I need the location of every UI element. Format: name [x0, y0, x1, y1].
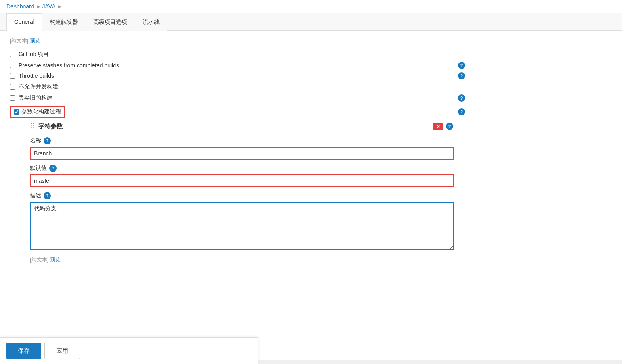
tab-triggers[interactable]: 构建触发器: [42, 13, 86, 31]
help-throttle[interactable]: ?: [458, 72, 465, 79]
parameterize-checkbox[interactable]: [14, 109, 19, 115]
help-parameterize-icon[interactable]: ?: [458, 108, 465, 115]
checkbox-parameterize-row: 参数化构建过程 ?: [10, 106, 454, 118]
plain-text-preview-top: [纯文本] 预览: [10, 37, 454, 44]
discard-checkbox[interactable]: [10, 95, 15, 101]
description-label: 描述 ?: [30, 192, 454, 199]
preserve-checkbox[interactable]: [10, 63, 15, 68]
param-section-title: 字符参数: [38, 123, 63, 130]
breadcrumb-project[interactable]: JAVA: [42, 3, 56, 10]
checkbox-throttle: Throttle builds ?: [10, 73, 454, 79]
name-label: 名称 ?: [30, 137, 454, 144]
default-input[interactable]: [30, 174, 454, 187]
preserve-label: Preserve stashes from completed builds: [19, 62, 119, 69]
checkbox-discard: 丢弃旧的构建 ?: [10, 94, 454, 102]
param-actions: X ?: [433, 123, 453, 130]
param-title-area: ⠿ 字符参数: [30, 122, 63, 131]
help-throttle-icon[interactable]: ?: [458, 72, 465, 79]
checkbox-preserve: Preserve stashes from completed builds ?: [10, 62, 454, 69]
breadcrumb-arrow1: ▶: [37, 4, 40, 9]
parameterize-label: 参数化构建过程: [21, 108, 61, 115]
default-field-row: 默认值 ?: [30, 165, 454, 187]
checkbox-github: GitHub 项目: [10, 51, 454, 58]
drag-handle-icon[interactable]: ⠿: [30, 122, 35, 131]
name-input[interactable]: [30, 147, 454, 160]
preview-link-top[interactable]: 预览: [30, 38, 40, 44]
content-area: [纯文本] 预览 GitHub 项目 Preserve stashes from…: [0, 31, 622, 276]
tab-advanced[interactable]: 高级项目选项: [86, 13, 135, 31]
delete-param-button[interactable]: X: [433, 123, 443, 130]
help-discard-icon[interactable]: ?: [458, 94, 465, 102]
parameterize-highlight-box: 参数化构建过程: [10, 106, 65, 118]
checkbox-no-concurrent: 不允许并发构建: [10, 83, 454, 90]
no-concurrent-checkbox[interactable]: [10, 84, 15, 90]
help-preserve[interactable]: ?: [458, 62, 465, 69]
help-default-icon[interactable]: ?: [49, 165, 57, 172]
bottom-action-bar: 保存 应用: [0, 337, 258, 360]
discard-label: 丢弃旧的构建: [19, 94, 53, 102]
tab-pipeline[interactable]: 流水线: [135, 13, 167, 31]
throttle-checkbox[interactable]: [10, 73, 15, 79]
github-checkbox[interactable]: [10, 52, 15, 57]
param-section-header: ⠿ 字符参数 X ?: [30, 122, 454, 131]
help-param-icon[interactable]: ?: [446, 123, 453, 130]
apply-button[interactable]: 应用: [44, 343, 80, 359]
throttle-label: Throttle builds: [19, 73, 54, 79]
param-section: ⠿ 字符参数 X ? 名称 ?: [23, 122, 454, 264]
description-textarea[interactable]: 代码分支: [30, 202, 454, 250]
default-label: 默认值 ?: [30, 165, 454, 172]
preview-link-bottom[interactable]: 预览: [50, 257, 61, 263]
breadcrumb: Dashboard ▶ JAVA ▶: [0, 0, 622, 13]
help-preserve-icon[interactable]: ?: [458, 62, 465, 69]
breadcrumb-arrow2: ▶: [58, 4, 61, 9]
name-field-row: 名称 ?: [30, 137, 454, 160]
main-panel: General 构建触发器 高级项目选项 流水线 [纯文本] 预览 GitHub…: [0, 13, 622, 360]
save-button[interactable]: 保存: [6, 343, 41, 359]
tab-bar: General 构建触发器 高级项目选项 流水线: [0, 13, 622, 31]
github-label: GitHub 项目: [19, 51, 49, 58]
breadcrumb-home[interactable]: Dashboard: [6, 3, 34, 10]
help-name-icon[interactable]: ?: [44, 137, 51, 144]
description-field-row: 描述 ? 代码分支: [30, 192, 454, 251]
help-description-icon[interactable]: ?: [44, 192, 51, 199]
plain-text-preview-bottom: [纯文本] 预览: [30, 256, 454, 264]
no-concurrent-label: 不允许并发构建: [19, 83, 58, 90]
tab-general[interactable]: General: [6, 13, 42, 31]
